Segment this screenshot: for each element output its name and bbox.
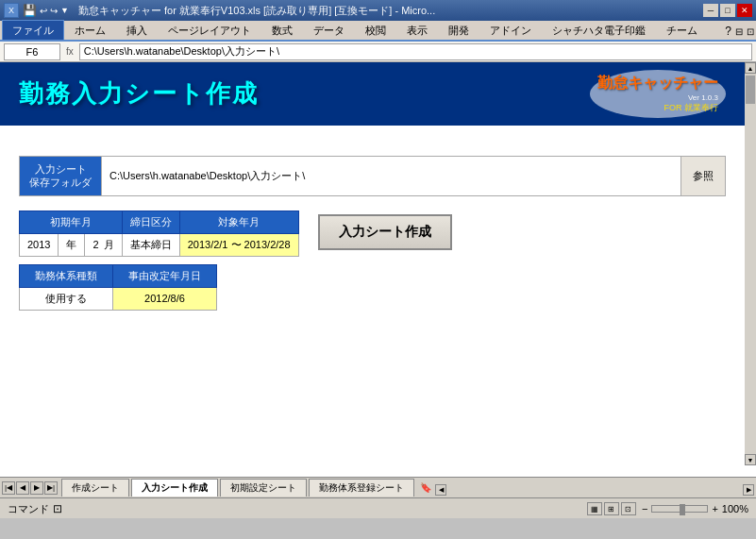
tab-developer[interactable]: 開発 [438,20,479,40]
input-folder-label: 入力シート 保存フォルダ [20,157,101,195]
zoom-area: − + 100% [642,503,748,514]
tab-addins[interactable]: アドイン [479,20,542,40]
header-revision-date: 事由改定年月日 [113,264,217,287]
tab-review[interactable]: 校閲 [355,20,396,40]
close-button[interactable]: ✕ [737,4,752,17]
ribbon-tabs: ファイル ホーム 挿入 ページレイアウト 数式 データ 校閲 表示 開発 アドイ… [0,21,756,42]
browse-button[interactable]: 参照 [680,157,725,195]
ribbon-right-icons: ? ⊟ ⊡ [725,25,754,40]
quick-access-icons: 💾 ↩ ↪ ▼ [23,4,69,17]
tab-formulas[interactable]: 数式 [261,20,303,40]
cell-closing: 基本締日 [122,233,179,256]
cell-month[interactable]: 2 月 [85,233,122,256]
page-break-icon[interactable]: ⊡ [621,502,636,515]
page-layout-icon[interactable]: ⊞ [604,502,619,515]
sheet-nav-prev[interactable]: ◀ [16,481,29,495]
horizontal-scrollbar[interactable]: ◀ ▶ [435,484,754,496]
name-box[interactable]: F6 [4,43,60,60]
logo-main-text: 勤怠キャッチャー [597,74,718,93]
sheet-tab-input[interactable]: 入力シート作成 [131,479,218,497]
form-content: 入力シート 保存フォルダ 参照 初期年月 締日区分 [0,144,745,329]
normal-view-icon[interactable]: ▦ [587,502,602,515]
cell-work-type: 使用する [20,287,113,310]
status-ready-icon: ⊡ [53,502,62,515]
tables-row: 初期年月 締日区分 対象年月 2013 年 2 [19,211,726,318]
cell-revision-date: 2012/8/6 [113,287,217,310]
page-title: 勤務入力シート作成 [19,77,259,110]
cell-year-unit: 年 [59,233,85,256]
scroll-down-arrow[interactable]: ▼ [745,454,756,465]
scroll-left-arrow[interactable]: ◀ [435,484,446,496]
title-controls: ─ □ ✕ [703,4,752,17]
zoom-plus[interactable]: + [712,503,717,514]
ribbon-icon2[interactable]: ⊡ [747,26,754,37]
sheet-tabs-row: |◀ ◀ ▶ ▶| 作成シート 入力シート作成 初期設定シート 勤務体系登録シー… [0,478,756,498]
header-closing-type: 締日区分 [122,211,179,233]
header-work-type: 勤務体系種類 [20,264,113,287]
redo-quick-icon[interactable]: ↪ [50,6,58,16]
sheet-nav-first[interactable]: |◀ [2,481,15,495]
tab-shachihata[interactable]: シャチハタ電子印鑑 [542,20,656,40]
tables-left: 初期年月 締日区分 対象年月 2013 年 2 [19,211,299,318]
zoom-level: 100% [722,503,748,514]
tab-data[interactable]: データ [303,20,355,40]
status-bar: コマンド ⊡ ▦ ⊞ ⊡ − + 100% [0,498,756,519]
sheet-tab-create[interactable]: 作成シート [61,479,129,497]
save-quick-icon[interactable]: 💾 [23,4,37,17]
sheet-nav-next[interactable]: ▶ [30,481,43,495]
cell-period: 2013/2/1 〜 2013/2/28 [179,233,298,256]
undo-quick-icon[interactable]: ↩ [40,6,47,16]
logo-ver-text: Ver 1.0.3 [597,93,718,102]
view-icons: ▦ ⊞ ⊡ [587,502,636,515]
help-icon[interactable]: ? [725,25,731,38]
tab-pagelayout[interactable]: ページレイアウト [158,20,261,40]
formula-bar: F6 fx [0,42,756,62]
vertical-scrollbar[interactable]: ▲ ▼ [745,62,756,465]
secondary-data-table: 勤務体系種類 事由改定年月日 使用する 2012/8/6 [19,264,217,311]
sheet-nav: |◀ ◀ ▶ ▶| [2,481,58,495]
title-bar-left: X 💾 ↩ ↪ ▼ 勤怠キャッチャー for 就業奉行V103.xls [読み取… [4,3,435,18]
tab-file[interactable]: ファイル [2,20,64,40]
formula-fx-icon: fx [66,46,74,57]
sheet-tab-worktype[interactable]: 勤務体系登録シート [309,479,414,497]
title-bar: X 💾 ↩ ↪ ▼ 勤怠キャッチャー for 就業奉行V103.xls [読み取… [0,0,756,21]
logo-area: 勤怠キャッチャー Ver 1.0.3 FOR 就業奉行 [590,70,726,118]
scroll-right-arrow[interactable]: ▶ [743,484,754,496]
status-mode: コマンド [8,502,49,516]
main-data-table: 初期年月 締日区分 対象年月 2013 年 2 [19,211,299,257]
tab-insert[interactable]: 挿入 [116,20,158,40]
sheet-nav-last[interactable]: ▶| [44,481,58,495]
create-sheet-button[interactable]: 入力シート作成 [318,214,452,250]
dropdown-quick-icon[interactable]: ▼ [60,6,69,15]
cell-year[interactable]: 2013 [20,233,59,256]
scroll-up-arrow[interactable]: ▲ [745,62,756,74]
zoom-minus[interactable]: − [642,503,647,514]
header-initial-month: 初期年月 [20,211,123,233]
ribbon-icon1[interactable]: ⊟ [735,26,743,37]
title-text: 勤怠キャッチャー for 就業奉行V103.xls [読み取り専用] [互換モー… [78,4,435,18]
sheet-tab-initial[interactable]: 初期設定シート [220,479,307,497]
bottom-area: |◀ ◀ ▶ ▶| 作成シート 入力シート作成 初期設定シート 勤務体系登録シー… [0,477,756,518]
page-title-banner: 勤務入力シート作成 勤怠キャッチャー Ver 1.0.3 FOR 就業奉行 [0,62,745,126]
header-target-month: 対象年月 [179,211,298,233]
status-right: ▦ ⊞ ⊡ − + 100% [587,502,748,515]
tab-home[interactable]: ホーム [64,20,116,40]
minimize-button[interactable]: ─ [703,4,718,17]
create-btn-area: 入力シート作成 [318,211,452,250]
zoom-thumb[interactable] [680,504,685,515]
scroll-track-v[interactable] [745,74,756,454]
worksheet: 勤務入力シート作成 勤怠キャッチャー Ver 1.0.3 FOR 就業奉行 入力… [0,62,745,477]
tab-team[interactable]: チーム [656,20,708,40]
maximize-button[interactable]: □ [720,4,735,17]
input-folder-path[interactable] [101,157,680,195]
sheet-tab-more[interactable]: 🔖 [420,482,431,493]
zoom-slider[interactable] [651,505,708,513]
spreadsheet-area: 勤務入力シート作成 勤怠キャッチャー Ver 1.0.3 FOR 就業奉行 入力… [0,62,756,477]
worksheet-inner: 勤務入力シート作成 勤怠キャッチャー Ver 1.0.3 FOR 就業奉行 入力… [0,62,745,477]
input-folder-row: 入力シート 保存フォルダ 参照 [19,156,726,196]
app-icon: X [4,3,19,18]
tab-view[interactable]: 表示 [396,20,438,40]
formula-input[interactable] [79,43,752,60]
logo-sub-text: FOR 就業奉行 [597,102,718,114]
scroll-thumb-v[interactable] [746,76,755,104]
